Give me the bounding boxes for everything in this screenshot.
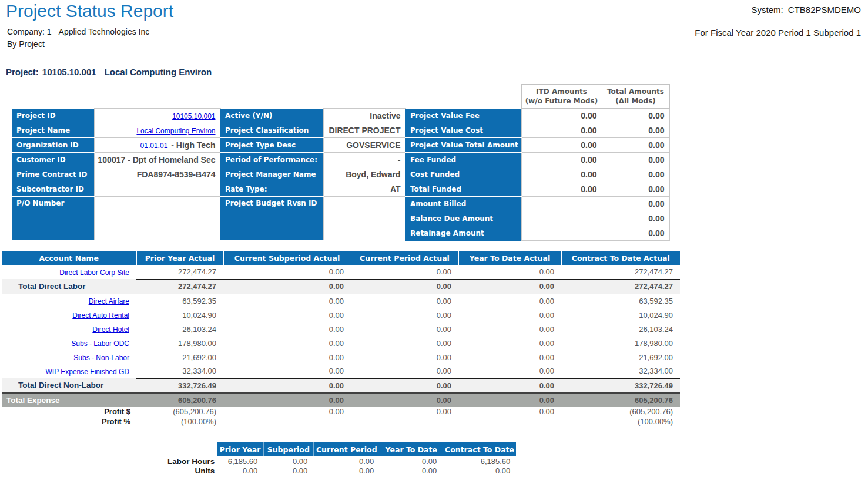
account-link[interactable]: Direct Auto Rental bbox=[72, 311, 129, 320]
account-link[interactable]: Direct Airfare bbox=[89, 297, 129, 305]
company-name: Applied Technologies Inc bbox=[59, 27, 150, 36]
profit-amount-cell: 0.00 bbox=[351, 407, 458, 416]
system-value: CTB82PSMDEMO bbox=[788, 5, 861, 15]
amounts-row-label: Project Value Fee bbox=[405, 109, 521, 123]
company-line: Company:1Applied Technologies Inc bbox=[7, 27, 149, 36]
account-summary-table: Account NamePrior Year ActualCurrent Sub… bbox=[2, 251, 680, 426]
amounts-row: Project Value Fee0.000.00 bbox=[405, 109, 669, 123]
info-row-value bbox=[94, 182, 220, 197]
amount-cell: 0.00 bbox=[351, 322, 458, 336]
amount-cell: 10,024.90 bbox=[136, 308, 223, 322]
amounts-row-label: Total Funded bbox=[405, 182, 521, 197]
info-row-label: Organization ID bbox=[12, 138, 94, 153]
info-value-link[interactable]: 01.01.01 bbox=[140, 142, 168, 150]
amounts-total-value: 0.00 bbox=[602, 153, 669, 167]
amounts-row: Project Value Total Amount0.000.00 bbox=[405, 138, 669, 153]
amount-cell: 272,474.27 bbox=[561, 265, 680, 279]
amount-cell: 21,692.00 bbox=[136, 350, 223, 364]
profit-amount-cell: (605,200.76) bbox=[136, 407, 223, 416]
amount-cell: 0.00 bbox=[351, 279, 458, 294]
table-row: Total Direct Labor272,474.270.000.000.00… bbox=[2, 279, 680, 294]
amount-cell: 0.00 bbox=[351, 265, 458, 279]
info-row-label: Project ID bbox=[12, 109, 94, 123]
info-row: Organization ID01.01.01- High Tech bbox=[12, 138, 220, 153]
amount-cell: 272,474.27 bbox=[561, 279, 680, 294]
amount-cell: 0.00 bbox=[351, 378, 458, 393]
amounts-row: Retainage Amount0.00 bbox=[405, 226, 669, 241]
account-link[interactable]: WIP Expense Finished GD bbox=[45, 368, 129, 376]
profit-amount-cell: (100.00%) bbox=[561, 416, 680, 426]
amount-cell: 0.00 bbox=[458, 393, 561, 407]
account-link[interactable]: Direct Hotel bbox=[92, 325, 129, 334]
amounts-corner-spacer bbox=[405, 85, 521, 109]
info-row-label: P/O Number bbox=[12, 197, 94, 240]
company-label: Company: bbox=[7, 27, 45, 36]
info-row: Project ClassificationDIRECT PROJECT bbox=[220, 123, 405, 138]
hours-row-label: Units bbox=[167, 466, 217, 475]
info-row-label: Rate Type: bbox=[220, 182, 323, 197]
amount-cell: 0.00 bbox=[458, 378, 561, 393]
account-link[interactable]: Subs - Labor ODC bbox=[71, 340, 129, 348]
table-row: Total Direct Non-Labor332,726.490.000.00… bbox=[2, 378, 680, 393]
table-row: Direct Hotel26,103.240.000.000.0026,103.… bbox=[2, 322, 680, 336]
profit-label: Profit % bbox=[2, 416, 136, 426]
amounts-total-value: 0.00 bbox=[602, 182, 669, 197]
info-row-label: Project Manager Name bbox=[220, 167, 323, 182]
profit-amount-cell: (100.00%) bbox=[136, 416, 223, 426]
amount-cell: 0.00 bbox=[351, 294, 458, 308]
account-link[interactable]: Direct Labor Corp Site bbox=[59, 268, 129, 277]
amounts-row-label: Amount Billed bbox=[405, 197, 521, 211]
amounts-itd-value bbox=[521, 211, 602, 226]
amount-cell: 0.00 bbox=[458, 336, 561, 350]
project-info-table-left: Project ID10105.10.001Project NameLocal … bbox=[12, 108, 221, 240]
labor-hours-table: Prior YearSubperiodCurrent PeriodYear To… bbox=[167, 442, 516, 475]
hours-table-header-row: Prior YearSubperiodCurrent PeriodYear To… bbox=[167, 442, 516, 456]
amount-cell: 178,980.00 bbox=[561, 336, 680, 350]
info-row-value: 01.01.01- High Tech bbox=[94, 138, 220, 153]
amount-cell: 332,726.49 bbox=[136, 378, 223, 393]
amounts-row-label: Retainage Amount bbox=[405, 226, 521, 241]
profit-label: Profit $ bbox=[2, 407, 136, 416]
info-row-label: Project Name bbox=[12, 123, 94, 138]
info-row: Rate Type:AT bbox=[220, 182, 405, 197]
amount-cell: 0.00 bbox=[223, 308, 351, 322]
project-heading: Project:10105.10.001Local Computing Envi… bbox=[6, 67, 212, 77]
table-row: Direct Airfare63,592.350.000.000.0063,59… bbox=[2, 294, 680, 308]
info-value-link[interactable]: 10105.10.001 bbox=[172, 112, 215, 120]
amounts-total-value: 0.00 bbox=[602, 109, 669, 123]
amount-cell: 0.00 bbox=[458, 350, 561, 364]
company-number: 1 bbox=[47, 27, 52, 36]
amounts-header-line1: ITD Amounts bbox=[522, 87, 602, 96]
account-name-cell: Total Direct Non-Labor bbox=[2, 378, 136, 393]
table-row: Subs - Labor ODC178,980.000.000.000.0017… bbox=[2, 336, 680, 350]
amounts-row: Project Value Cost0.000.00 bbox=[405, 123, 669, 138]
amount-cell: 178,980.00 bbox=[136, 336, 223, 350]
info-row-label: Subcontractor ID bbox=[12, 182, 94, 197]
amount-cell: 10,024.90 bbox=[561, 308, 680, 322]
hours-value-cell: 6,185.60 bbox=[443, 456, 516, 466]
amount-cell: 26,103.24 bbox=[561, 322, 680, 336]
info-row: Project ID10105.10.001 bbox=[12, 109, 220, 123]
amount-cell: 272,474.27 bbox=[136, 265, 223, 279]
amounts-row: Balance Due Amount0.00 bbox=[405, 211, 669, 226]
fiscal-period-line: For Fiscal Year 2020 Period 1 Subperiod … bbox=[695, 28, 861, 38]
amount-cell: 272,474.27 bbox=[136, 279, 223, 294]
hours-corner-spacer bbox=[167, 442, 217, 456]
info-row-value: 100017 - Dpt of Homeland Sec bbox=[94, 153, 220, 167]
amount-cell: 332,726.49 bbox=[561, 378, 680, 393]
page-title: Project Status Report bbox=[6, 1, 173, 21]
table-row: Subs - Non-Labor21,692.000.000.000.0021,… bbox=[2, 350, 680, 364]
hours-value-cell: 0.00 bbox=[263, 456, 313, 466]
amount-cell: 0.00 bbox=[351, 364, 458, 378]
info-row: Subcontractor ID bbox=[12, 182, 220, 197]
profit-row: Profit %(100.00%)(100.00%) bbox=[2, 416, 680, 426]
amount-cell: 0.00 bbox=[223, 279, 351, 294]
info-row: Customer ID100017 - Dpt of Homeland Sec bbox=[12, 153, 220, 167]
hours-column-header: Subperiod bbox=[263, 442, 313, 456]
account-link[interactable]: Subs - Non-Labor bbox=[73, 354, 129, 362]
table-row: Direct Auto Rental10,024.900.000.000.001… bbox=[2, 308, 680, 322]
profit-amount-cell: 0.00 bbox=[223, 407, 351, 416]
info-row-label: Prime Contract ID bbox=[12, 167, 94, 182]
by-project-label: By Project bbox=[7, 39, 45, 49]
info-value-link[interactable]: Local Computing Environ bbox=[136, 127, 215, 135]
